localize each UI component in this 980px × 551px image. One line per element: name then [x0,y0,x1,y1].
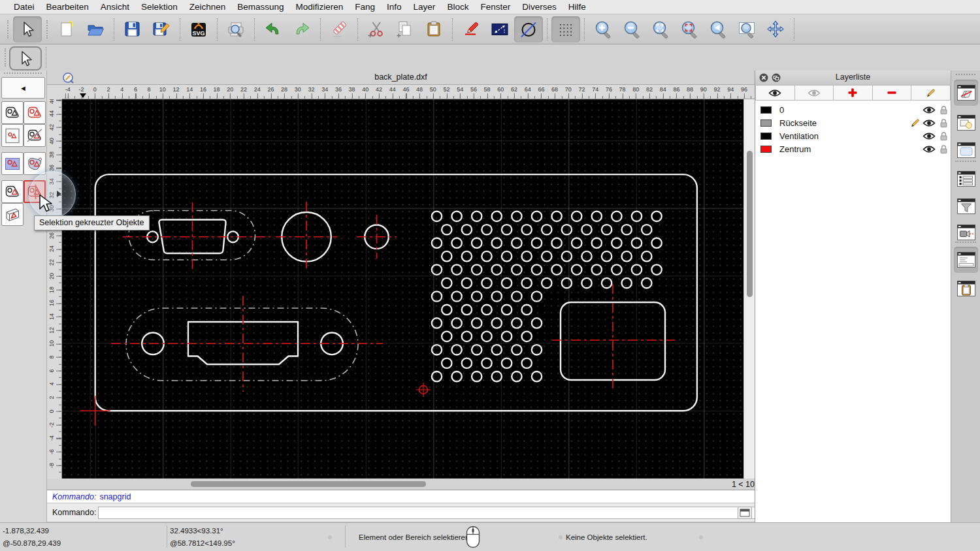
select-contour-tool[interactable] [24,152,46,175]
vent-hole[interactable] [451,318,461,328]
print-preview-button[interactable] [221,16,250,42]
save-document-as-button[interactable] [147,16,176,42]
vent-hole[interactable] [462,251,472,261]
show-all-layers-button[interactable] [755,85,795,101]
add-layer-button[interactable] [834,85,873,101]
menu-fang[interactable]: Fang [349,2,381,12]
select-area-tool[interactable] [1,152,24,175]
selection-pointer-tool[interactable] [9,46,42,71]
vent-hole[interactable] [472,291,482,301]
zoom-window-button[interactable] [732,16,761,42]
vent-hole[interactable] [532,318,542,328]
vent-hole[interactable] [522,332,532,341]
vent-hole[interactable] [472,345,482,354]
vent-hole[interactable] [551,264,561,274]
vent-hole[interactable] [502,225,512,234]
select-entity-tool[interactable] [1,101,24,124]
vent-hole[interactable] [592,212,602,221]
vent-hole[interactable] [451,345,461,354]
layer-color-swatch[interactable] [760,133,772,140]
vent-hole[interactable] [432,238,442,248]
vent-hole[interactable] [642,251,651,261]
drawing-canvas[interactable] [62,99,743,479]
undo-button[interactable] [259,16,287,42]
layer-name[interactable]: Zentrum [779,144,907,154]
open-document-button[interactable] [81,16,110,42]
command-line-panel-button[interactable] [954,247,978,273]
vent-hole[interactable] [532,345,542,354]
vent-hole[interactable] [551,212,561,221]
vent-hole[interactable] [622,225,632,234]
plate-outline[interactable] [95,174,697,411]
layer-row[interactable]: Zentrum [755,142,951,155]
select-intersected-entities-tool[interactable] [1,180,24,203]
vent-hole[interactable] [542,251,551,261]
vent-hole[interactable] [432,291,442,301]
vent-hole[interactable] [562,278,572,288]
auto-zoom-button[interactable] [646,16,675,42]
horizontal-scrollbar[interactable] [62,479,725,490]
property-editor-panel-button[interactable] [954,166,978,192]
delete-entities-button[interactable] [325,16,353,42]
vertical-scrollbar-thumb[interactable] [747,151,753,297]
layer-lock-icon[interactable] [936,131,951,141]
vent-hole[interactable] [502,251,512,261]
layer-lock-icon[interactable] [936,105,951,115]
layer-name[interactable]: Ventilation [779,131,907,141]
vent-hole[interactable] [462,358,472,368]
redo-button[interactable] [287,16,316,42]
vent-hole[interactable] [602,278,612,288]
layer-visibility-icon[interactable] [922,145,936,153]
vent-hole[interactable] [512,291,521,301]
vent-hole[interactable] [532,264,542,274]
vent-hole[interactable] [512,371,521,381]
menu-hilfe[interactable]: Hilfe [563,2,592,12]
vent-hole[interactable] [432,264,442,274]
sidebar-drag-handle[interactable] [956,74,975,75]
vent-hole[interactable] [651,212,661,221]
vent-hole[interactable] [512,318,521,328]
vent-hole[interactable] [442,358,451,368]
select-layer-tool[interactable] [1,203,24,226]
menu-bemassung[interactable]: Bemassung [231,2,289,12]
vent-hole[interactable] [572,264,581,274]
vent-hole[interactable] [442,278,451,288]
vertical-scrollbar[interactable] [743,99,755,479]
vent-hole[interactable] [522,305,532,315]
zoom-to-selection-button[interactable] [675,16,704,42]
layer-visibility-icon[interactable] [922,132,936,140]
layer-color-swatch[interactable] [760,106,772,114]
vent-hole[interactable] [551,238,561,248]
vent-hole[interactable] [472,212,482,221]
layer-name[interactable]: Rückseite [779,118,907,128]
vent-hole[interactable] [532,291,542,301]
vent-hole[interactable] [502,305,512,315]
vent-hole[interactable] [442,225,451,234]
vent-hole[interactable] [651,264,661,274]
vent-hole[interactable] [532,238,542,248]
vent-hole[interactable] [432,345,442,354]
vent-hole[interactable] [532,212,542,221]
vent-hole[interactable] [502,358,512,368]
layer-lock-icon[interactable] [936,144,951,154]
hdmi-cutout-contour[interactable] [126,308,358,381]
cut-button[interactable] [362,16,391,42]
remove-layer-button[interactable] [873,85,912,101]
menu-bearbeiten[interactable]: Bearbeiten [41,2,95,12]
menu-fenster[interactable]: Fenster [474,2,516,12]
vent-hole[interactable] [442,305,451,315]
previous-view-button[interactable] [704,16,732,42]
vent-hole[interactable] [451,212,461,221]
vent-hole[interactable] [632,212,642,221]
edit-layer-button[interactable] [911,85,951,101]
select-window-tool[interactable] [1,124,24,147]
command-options-button[interactable] [738,507,752,519]
vent-hole[interactable] [602,251,612,261]
vent-hole[interactable] [622,251,632,261]
hide-all-layers-button[interactable] [795,85,834,101]
vent-hole[interactable] [502,278,512,288]
vent-hole[interactable] [542,225,551,234]
vent-hole[interactable] [451,371,461,381]
selection-pointer-button[interactable] [13,16,42,42]
layer-name[interactable]: 0 [779,105,907,115]
